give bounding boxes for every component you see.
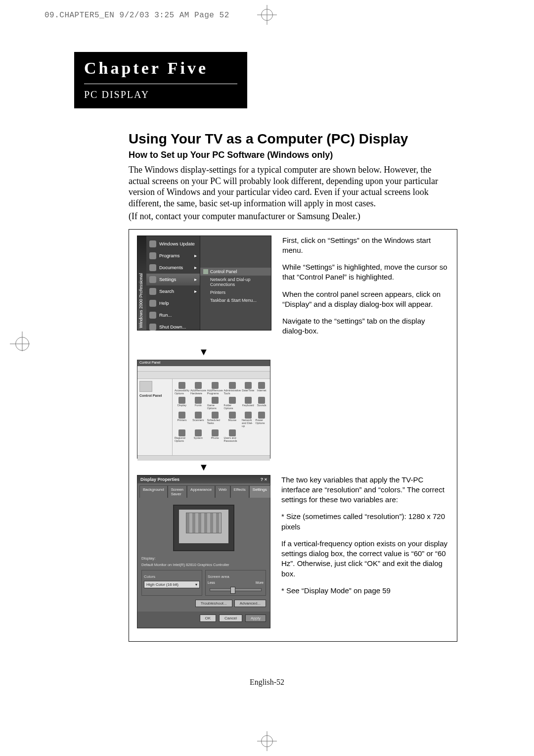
- dp-tab-web[interactable]: Web: [215, 485, 230, 498]
- settings-icon: [149, 276, 156, 283]
- step-2-row: Control Panel Control Panel Accessibilit…: [137, 360, 449, 459]
- step-1-p4: Navigate to the “settings” tab on the di…: [282, 316, 449, 336]
- dp-colors-value: High Color (16 bit): [146, 582, 178, 587]
- cp-icon[interactable]: Date/Time: [242, 382, 254, 395]
- cp-icon[interactable]: Scanners: [190, 412, 206, 427]
- submenu-item[interactable]: Taskbar & Start Menu...: [200, 296, 271, 304]
- dp-tab-settings[interactable]: Settings: [249, 485, 270, 498]
- step-3-p2: * Size (sometimes called “resolution”): …: [281, 512, 449, 532]
- submenu-item[interactable]: Network and Dial-up Connections: [200, 276, 271, 288]
- cp-icon[interactable]: System: [190, 429, 206, 442]
- cp-icon-label: Display: [178, 404, 186, 407]
- cp-icon[interactable]: Regional Options: [175, 429, 189, 442]
- step-3-row: Display Properties ? × Background Screen…: [137, 475, 449, 628]
- dp-screenarea-group: Screen area Less More: [205, 570, 266, 596]
- dp-advanced-button[interactable]: Advanced...: [234, 600, 266, 607]
- page-footer: English-52: [0, 678, 534, 687]
- cp-icon[interactable]: Fonts: [190, 397, 206, 410]
- screenshot-control-panel: Control Panel Control Panel Accessibilit…: [137, 360, 270, 459]
- menu-item[interactable]: Windows Update: [146, 238, 200, 250]
- dp-tab-effects[interactable]: Effects: [230, 485, 249, 498]
- dp-apply-button[interactable]: Apply: [245, 614, 266, 622]
- menu-item[interactable]: Shut Down...: [146, 321, 200, 333]
- cp-icon[interactable]: Display: [175, 397, 189, 410]
- cp-icon-grid: Accessibility OptionsAdd/Remove Hardware…: [173, 379, 270, 455]
- cp-icon-glyph: [178, 382, 185, 389]
- cp-toolbar: [137, 372, 270, 379]
- dp-window-controls[interactable]: ? ×: [261, 477, 267, 482]
- cp-icon-glyph: [178, 412, 185, 419]
- cp-icon-glyph: [229, 397, 236, 404]
- intro-paragraph-1: The Windows display-settings for a typic…: [129, 164, 450, 209]
- dp-tab-background[interactable]: Background: [139, 485, 168, 498]
- dp-resolution-slider[interactable]: [210, 588, 262, 591]
- cp-icon[interactable]: Accessibility Options: [175, 382, 189, 395]
- cp-icon[interactable]: Internet: [256, 382, 268, 395]
- intro-paragraph-2: (If not, contact your computer manufactu…: [129, 211, 450, 222]
- dp-ok-button[interactable]: OK: [200, 614, 217, 622]
- dp-bottom-buttons: OK Cancel Apply: [137, 612, 270, 625]
- cp-icon[interactable]: Network and Dial-up: [242, 412, 254, 427]
- cp-icon-glyph: [212, 382, 219, 389]
- cp-icon[interactable]: Add/Remove Hardware: [190, 382, 206, 395]
- cp-icon-label: Accessibility Options: [175, 389, 189, 395]
- cp-icon-glyph: [258, 397, 265, 404]
- programs-icon: [149, 252, 156, 259]
- step-1-row: Windows 2000 Professional Windows Update…: [137, 236, 449, 343]
- menu-item[interactable]: Documents▸: [146, 262, 200, 274]
- menu-label: Run...: [159, 312, 172, 318]
- cp-icon-label: Folder Options: [224, 404, 241, 410]
- cp-icon-label: System: [194, 436, 203, 439]
- cp-icon-glyph: [245, 397, 252, 404]
- cp-icon[interactable]: Folder Options: [224, 397, 241, 410]
- cp-icon[interactable]: Administrative Tools: [224, 382, 241, 395]
- dp-cancel-button[interactable]: Cancel: [219, 614, 242, 622]
- content-area: Using Your TV as a Computer (PC) Display…: [129, 131, 450, 642]
- step-3-p1: The two key variables that apply the TV-…: [281, 475, 449, 505]
- dp-title-text: Display Properties: [140, 477, 179, 482]
- cp-icon[interactable]: Power Options: [256, 412, 268, 427]
- cp-icon[interactable]: Scheduled Tasks: [207, 412, 223, 427]
- menu-label: Programs: [159, 253, 179, 258]
- screenshot-start-menu: Windows 2000 Professional Windows Update…: [137, 236, 271, 343]
- cp-icon[interactable]: Users and Passwords: [224, 429, 241, 442]
- chapter-subtitle: PC DISPLAY: [74, 84, 247, 108]
- cp-icon[interactable]: Phone: [207, 429, 223, 442]
- cp-icon-glyph: [178, 397, 185, 404]
- crop-mark-side: [10, 331, 35, 356]
- cp-left-title: Control Panel: [139, 394, 170, 397]
- cp-folder-icon: [139, 381, 152, 392]
- dp-titlebar: Display Properties ? ×: [137, 475, 270, 483]
- submenu-item[interactable]: Printers: [200, 288, 271, 296]
- menu-item[interactable]: Help: [146, 297, 200, 309]
- cp-icon[interactable]: Keyboard: [242, 397, 254, 410]
- dp-tab-screensaver[interactable]: Screen Saver: [168, 485, 187, 498]
- cp-icon-label: Date/Time: [242, 389, 254, 392]
- submenu-title-item[interactable]: Control Panel: [200, 268, 271, 276]
- cp-icon-label: Printers: [178, 419, 187, 422]
- cp-icon[interactable]: Sounds: [256, 397, 268, 410]
- instruction-frame: Windows 2000 Professional Windows Update…: [129, 229, 457, 642]
- cp-icon[interactable]: Mouse: [224, 412, 241, 427]
- dp-troubleshoot-button[interactable]: Troubleshoot...: [195, 600, 232, 607]
- cp-icon-glyph: [258, 382, 265, 389]
- run-icon: [149, 312, 156, 319]
- cp-icon[interactable]: Game Options: [207, 397, 223, 410]
- cp-icon[interactable]: Printers: [175, 412, 189, 427]
- cp-icon-label: Users and Passwords: [224, 436, 241, 442]
- cp-icon-label: Power Options: [256, 419, 268, 425]
- cp-icon[interactable]: Add/Remove Programs: [207, 382, 223, 395]
- menu-item[interactable]: Programs▸: [146, 250, 200, 262]
- cp-icon-label: Add/Remove Programs: [207, 389, 223, 395]
- dp-colors-select[interactable]: High Color (16 bit) ▾: [144, 581, 200, 588]
- menu-item[interactable]: Run...: [146, 309, 200, 321]
- menu-item[interactable]: Search▸: [146, 285, 200, 297]
- start-menu-mock: Windows 2000 Professional Windows Update…: [137, 236, 271, 331]
- dp-tab-appearance[interactable]: Appearance: [187, 485, 215, 498]
- step-3-p3: If a vertical-frequency option exists on…: [281, 539, 449, 579]
- folder-icon: [203, 269, 208, 274]
- cp-icon-label: Network and Dial-up: [242, 419, 254, 427]
- cp-icon-glyph: [212, 412, 219, 419]
- menu-item-settings[interactable]: Settings▸: [146, 274, 200, 285]
- cp-icon-label: Game Options: [207, 404, 223, 410]
